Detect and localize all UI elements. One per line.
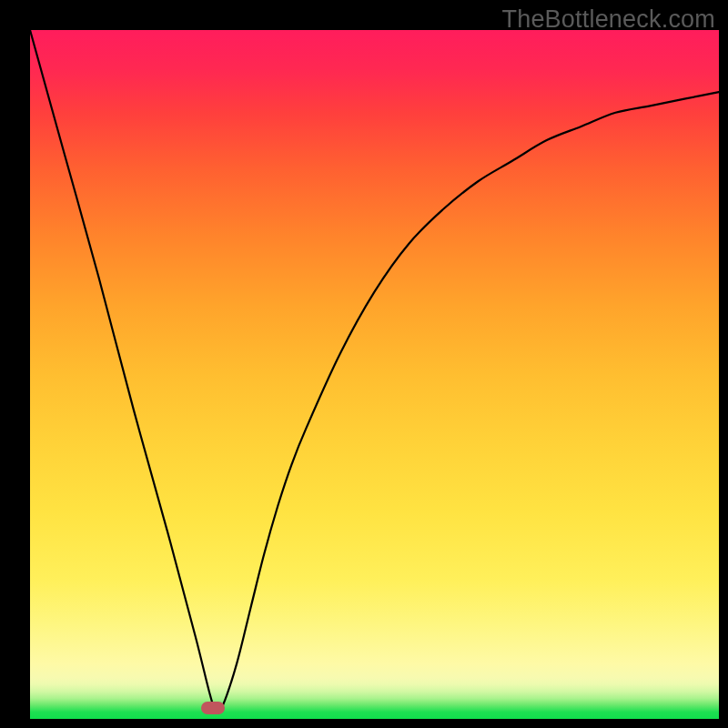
- chart-frame: TheBottleneck.com: [0, 0, 728, 728]
- watermark-text: TheBottleneck.com: [501, 5, 715, 34]
- optimal-marker: [201, 702, 225, 714]
- plot-area: [30, 30, 719, 719]
